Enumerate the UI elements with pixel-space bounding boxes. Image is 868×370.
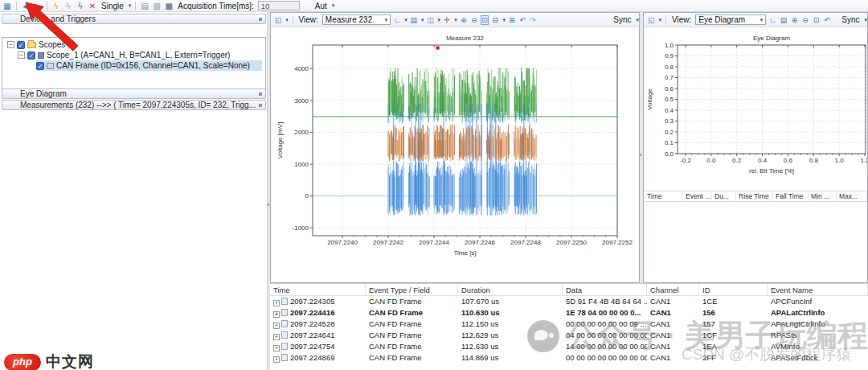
chevron-down-icon[interactable]: ▾ <box>658 17 661 23</box>
tree-item-can-frame-selected[interactable]: ✓ CAN Frame (ID=0x156, Channel=CAN1, Sca… <box>36 60 262 71</box>
event-table-row[interactable]: +2097.224869CAN FD Frame114.869 us00 00 … <box>270 352 868 364</box>
event-table-column-header[interactable]: Channel <box>647 284 699 295</box>
zoom-out-icon[interactable]: ⊖ <box>801 16 809 24</box>
axes-icon[interactable]: ∟ <box>768 16 776 24</box>
cursor-icon[interactable]: ✛ <box>443 16 451 24</box>
cell-event-name: AVMInfo <box>768 341 868 352</box>
event-table-row[interactable]: +2097.224754CAN FD Frame112.630 us14 00 … <box>270 341 868 352</box>
expand-row-icon[interactable]: + <box>273 356 280 363</box>
tree-label-scopes: Scopes <box>39 40 65 49</box>
cell-channel: CAN1 <box>647 307 699 319</box>
trigger-auto-icon[interactable]: ϟ <box>51 2 61 10</box>
zoom-in-icon[interactable]: ⊕ <box>790 16 798 24</box>
eye-stats-column[interactable]: Max... <box>837 191 867 201</box>
sync-button[interactable]: Sync <box>841 15 859 24</box>
event-table-column-header[interactable]: Data <box>563 284 647 295</box>
display-split-icon[interactable]: ◫ <box>426 16 434 24</box>
chevron-down-icon[interactable]: ▾ <box>454 17 457 23</box>
eye-stats-column[interactable]: Fall Time <box>773 191 809 201</box>
svg-text:0.4: 0.4 <box>665 107 674 114</box>
zoom-fit-icon[interactable]: ⊡ <box>481 15 489 25</box>
event-table-column-header[interactable]: Event Type / Field <box>366 284 458 295</box>
tree-item-scopes[interactable]: − ✓ Scopes <box>7 39 65 50</box>
chevron-down-icon[interactable]: ▾ <box>285 17 289 23</box>
aut-dropdown[interactable]: Aut <box>315 2 327 10</box>
acquisition-time-input[interactable] <box>258 1 300 10</box>
chevron-down-icon[interactable]: ▾ <box>332 2 335 9</box>
trigger-normal-icon[interactable]: ϟ <box>63 2 73 10</box>
eye-diagram-header[interactable]: Eye Diagram <box>2 88 266 99</box>
event-table-row[interactable]: +2097.224528CAN FD Frame112.150 us00 00 … <box>270 319 868 330</box>
single-mode-button[interactable]: Single <box>101 2 124 10</box>
display-grid-icon[interactable]: ▤ <box>410 16 418 24</box>
window-layout-icon[interactable]: ▦ <box>2 2 12 10</box>
chevron-down-icon[interactable]: ▾ <box>421 17 424 23</box>
collapse-icon[interactable]: − <box>7 41 14 48</box>
nav-forward-icon[interactable]: ▶ <box>33 2 43 10</box>
eye-stats-header: TimeEvent ...Du...Rise TimeFall TimeMin … <box>645 191 867 202</box>
display-grid-icon[interactable]: ▤ <box>780 16 788 24</box>
zoom-out-icon[interactable]: ⊖ <box>470 16 478 24</box>
panel-layout-icon[interactable]: ◱ <box>274 16 282 24</box>
chevron-down-icon[interactable]: ▾ <box>129 2 132 9</box>
event-table-column-header[interactable]: Event Name <box>768 284 868 295</box>
collapse-left-icon[interactable]: ◂ <box>267 201 269 207</box>
undo-icon[interactable]: ↶ <box>518 16 526 24</box>
trigger-force-icon[interactable]: ϟ <box>76 2 85 10</box>
eye-stats-column[interactable]: Du... <box>712 191 736 201</box>
event-table-column-header[interactable]: Time <box>270 284 366 295</box>
eye-diagram-chart[interactable]: -0.20.00.20.40.60.81.01.20.00.10.20.30.4… <box>644 27 867 188</box>
event-table-row[interactable]: +2097.224305CAN FD Frame107.670 us5D 91 … <box>270 296 868 307</box>
expand-row-icon[interactable]: + <box>273 311 280 318</box>
expand-row-icon[interactable]: + <box>273 334 280 340</box>
export-data-icon[interactable]: ▥ <box>152 2 162 10</box>
export-report-icon[interactable]: ▤ <box>140 2 149 10</box>
svg-text:0.7: 0.7 <box>665 74 674 81</box>
svg-text:2097.2248: 2097.2248 <box>510 239 541 246</box>
event-table-row[interactable]: +2097.224416CAN FD Frame110.630 us1E 78 … <box>270 307 868 319</box>
zoom-y-icon[interactable]: ⊞ <box>508 16 516 24</box>
sync-button[interactable]: Sync <box>613 15 631 24</box>
event-table-column-header[interactable]: ID <box>699 284 768 295</box>
axes-icon[interactable]: ∟ <box>393 16 401 24</box>
measure-waveform-chart[interactable]: 2097.22402097.22422097.22442097.22462097… <box>271 27 638 271</box>
eye-stats-column[interactable]: Time <box>645 191 683 201</box>
checkbox-checked-icon[interactable]: ✓ <box>17 41 25 49</box>
svg-text:1.0: 1.0 <box>835 157 845 164</box>
zoom-x-icon[interactable]: ⊟ <box>491 16 499 24</box>
pin-icon[interactable] <box>259 104 262 107</box>
scope-settings-icon[interactable]: ▩ <box>164 2 174 10</box>
zoom-in-icon[interactable]: ⊕ <box>460 16 468 24</box>
pin-icon[interactable] <box>259 18 262 21</box>
expand-row-icon[interactable]: + <box>273 300 280 306</box>
php-logo-badge: php <box>4 354 41 370</box>
measurements-header[interactable]: Measurements (232) -->> ( Time= 2097.224… <box>2 100 266 110</box>
pin-icon[interactable] <box>259 92 262 96</box>
undo-icon[interactable]: ↶ <box>823 16 831 24</box>
view-selector[interactable]: Measure 232 ▾ <box>322 14 391 25</box>
event-table-row[interactable]: +2097.224641CAN FD Frame112.629 us04 00 … <box>270 330 868 341</box>
devices-triggers-header[interactable]: Devices and Triggers <box>2 14 266 24</box>
chevron-down-icon[interactable]: ▾ <box>404 17 407 23</box>
expand-row-icon[interactable]: + <box>273 323 280 329</box>
chevron-down-icon[interactable]: ▾ <box>864 17 867 23</box>
redo-icon[interactable]: ↷ <box>529 16 537 24</box>
eye-stats-column[interactable]: Rise Time <box>736 191 773 201</box>
event-table-column-header[interactable]: Duration <box>458 284 563 295</box>
trigger-stop-icon[interactable]: ✕ <box>88 2 97 10</box>
chevron-down-icon[interactable]: ▾ <box>438 17 441 23</box>
tree-item-scope1[interactable]: − ✓ Scope_1 (A=CAN1_H, B=CAN1_L, Extern=… <box>18 50 230 60</box>
collapse-icon[interactable]: − <box>18 51 25 59</box>
chevron-down-icon[interactable]: ▾ <box>637 17 640 23</box>
chevron-down-icon[interactable]: ▾ <box>502 17 506 23</box>
panel-layout-icon[interactable]: ◱ <box>647 16 655 24</box>
expand-row-icon[interactable]: + <box>273 345 280 352</box>
nav-back-icon[interactable]: ◀ <box>21 2 31 10</box>
eye-stats-column[interactable]: Event ... <box>683 191 712 201</box>
zoom-fit-icon[interactable]: ⊡ <box>812 16 820 24</box>
eye-stats-column[interactable]: Min ... <box>809 191 837 201</box>
svg-text:0.9: 0.9 <box>665 52 674 60</box>
checkbox-checked-icon[interactable]: ✓ <box>36 62 44 70</box>
checkbox-checked-icon[interactable]: ✓ <box>27 51 35 60</box>
view-selector[interactable]: Eye Diagram ▾ <box>695 14 766 25</box>
